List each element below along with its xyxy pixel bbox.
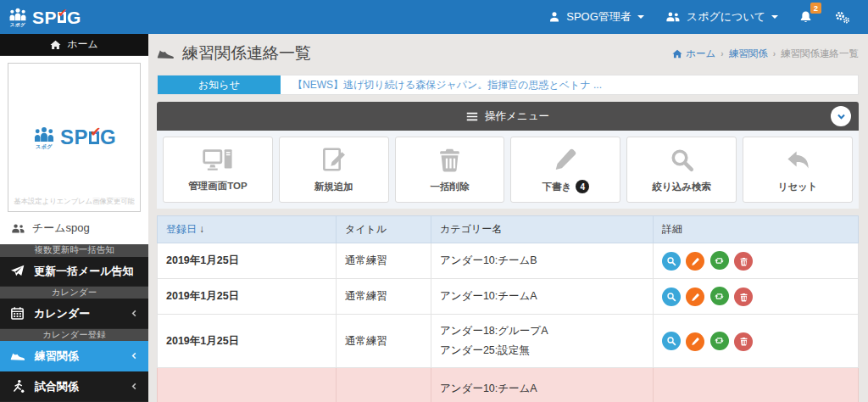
- view-button[interactable]: [662, 252, 681, 271]
- sidebar-home-label: ホーム: [67, 37, 98, 52]
- users-icon: [10, 223, 25, 234]
- page-title: 練習関係連絡一覧: [157, 42, 311, 64]
- bars-icon: [466, 112, 478, 121]
- row-title: 通常練習: [337, 315, 431, 368]
- sidebar-section-calendar-reg: カレンダー登録: [0, 329, 148, 341]
- delete-button[interactable]: [734, 332, 753, 351]
- breadcrumb-separator: ›: [721, 49, 723, 59]
- main-content: 練習関係連絡一覧 ホーム › 練習関係 › 練習関係連絡一覧 お知らせ 【NEW…: [148, 34, 868, 402]
- admin-user-menu[interactable]: SPOG管理者: [548, 9, 644, 25]
- sidebar-item-calendar[interactable]: カレンダー: [0, 299, 148, 329]
- delete-button[interactable]: [734, 288, 753, 306]
- view-button[interactable]: [662, 332, 681, 350]
- repeat-icon: [714, 255, 725, 266]
- row-category: アンダー10:チームB: [431, 243, 654, 279]
- row-title: 通常練習: [337, 243, 431, 279]
- view-button[interactable]: [662, 288, 681, 306]
- operation-menu-panel: 操作メニュー 管理画面TOP 新規追加: [157, 102, 859, 209]
- admin-user-label: SPOG管理者: [566, 9, 632, 25]
- repeat-button[interactable]: [710, 332, 729, 350]
- action-buttons: 管理画面TOP 新規追加 一括削除 下書き4: [157, 131, 859, 209]
- news-label: お知らせ: [158, 75, 281, 94]
- spog-logo[interactable]: スポグ SP✔G: [0, 0, 148, 34]
- filter-search-button[interactable]: 絞り込み検索: [626, 137, 737, 203]
- team-name-row: チームspog: [8, 212, 141, 240]
- desktop-icon: [203, 148, 233, 172]
- breadcrumb-section[interactable]: 練習関係: [729, 47, 768, 60]
- home-icon: [672, 49, 682, 59]
- soccer-player-icon: [10, 379, 25, 394]
- reset-arrow-icon: [785, 147, 811, 173]
- sidebar-item-match[interactable]: 試合関係: [0, 371, 148, 402]
- trash-icon: [739, 337, 748, 346]
- sort-descending-icon: ↓: [199, 223, 204, 235]
- search-icon: [669, 147, 695, 173]
- search-icon: [666, 292, 676, 302]
- admin-top-button[interactable]: 管理画面TOP: [163, 137, 273, 203]
- table-row: 2019年1月25日 通常練習 アンダー18:グループAアンダー25:設定無: [158, 315, 859, 368]
- about-spog-menu[interactable]: スポグについて: [665, 9, 778, 25]
- top-navbar: スポグ SP✔G SPOG管理者 スポグについて 2: [0, 0, 868, 34]
- row-category: アンダー10:チームA: [431, 279, 654, 315]
- pencil-icon: [691, 293, 700, 302]
- pencil-icon: [691, 337, 700, 346]
- users-icon: [665, 11, 681, 23]
- logo-kana-label: スポグ: [10, 23, 25, 28]
- emblem-people-icon: スポグ: [32, 126, 56, 149]
- repeat-button[interactable]: [710, 251, 729, 270]
- row-detail-actions: [654, 243, 859, 279]
- breadcrumb-separator: ›: [773, 49, 776, 59]
- edit-button[interactable]: [686, 288, 704, 306]
- row-category: アンダー10:チームAアンダー10:チームB: [431, 368, 654, 402]
- sidebar-section-calendar: カレンダー: [0, 287, 148, 299]
- chevron-left-icon: [131, 310, 138, 317]
- row-detail-actions: [654, 368, 859, 402]
- shoe-icon: [10, 349, 25, 364]
- breadcrumb-current: 練習関係連絡一覧: [781, 47, 859, 60]
- pencil-icon: [553, 146, 579, 172]
- column-header-title: タイトル: [337, 216, 431, 243]
- news-ticker: お知らせ 【NEWS】逃げ切り続ける森保ジャパン。指揮官の思惑とベトナ ...: [157, 75, 859, 95]
- row-date: 2019年1月25日: [158, 315, 337, 368]
- news-headline-link[interactable]: 【NEWS】逃げ切り続ける森保ジャパン。指揮官の思惑とベトナ ...: [281, 75, 602, 94]
- row-date: [158, 368, 337, 402]
- sidebar-item-mail-notify[interactable]: 更新一括メール告知: [0, 257, 148, 288]
- column-header-category: カテゴリー名: [431, 216, 654, 243]
- sidebar: ホーム スポグ SP✔G 基本設定よりエンブレム画像変更可能 チームspog: [0, 34, 148, 402]
- column-header-detail: 詳細: [654, 216, 859, 243]
- search-icon: [666, 256, 676, 266]
- row-date: 2019年1月25日: [158, 243, 337, 279]
- draft-button[interactable]: 下書き4: [510, 137, 620, 203]
- repeat-button[interactable]: [710, 287, 729, 305]
- shoe-icon: [157, 45, 175, 63]
- edit-button[interactable]: [686, 332, 704, 351]
- logo-checkbox-icon: ✔: [58, 12, 66, 23]
- reset-button[interactable]: リセット: [743, 137, 853, 203]
- team-emblem-logo: スポグ SP✔G: [32, 126, 116, 149]
- draft-count-badge: 4: [576, 180, 589, 193]
- records-table: 登録日↓ タイトル カテゴリー名 詳細 2019年1月25日 通常練習 アンダー…: [157, 215, 859, 402]
- breadcrumb: ホーム › 練習関係 › 練習関係連絡一覧: [672, 47, 859, 60]
- breadcrumb-home[interactable]: ホーム: [672, 47, 715, 60]
- trash-icon: [437, 147, 463, 173]
- repeat-icon: [714, 335, 725, 346]
- navbar-right: SPOG管理者 スポグについて 2: [548, 0, 868, 34]
- sidebar-item-practice[interactable]: 練習関係: [0, 341, 148, 371]
- settings-cogs-button[interactable]: [833, 10, 851, 25]
- table-row: 2019年1月25日 通常練習 アンダー10:チームA: [158, 279, 859, 315]
- add-new-button[interactable]: 新規追加: [279, 137, 389, 203]
- notifications-button[interactable]: 2: [798, 9, 813, 24]
- delete-button[interactable]: [734, 252, 753, 271]
- about-spog-label: スポグについて: [687, 9, 765, 25]
- trash-icon: [739, 257, 748, 266]
- bulk-delete-button[interactable]: 一括削除: [395, 137, 505, 203]
- sort-date-link[interactable]: 登録日: [166, 223, 197, 235]
- emblem-checkbox-icon: ✔: [89, 131, 99, 144]
- collapse-toggle-button[interactable]: [831, 106, 851, 126]
- sidebar-item-home[interactable]: ホーム: [0, 34, 148, 56]
- operation-menu-bar[interactable]: 操作メニュー: [157, 102, 859, 131]
- table-header-row: 登録日↓ タイトル カテゴリー名 詳細: [158, 216, 859, 243]
- edit-button[interactable]: [686, 252, 704, 271]
- notification-count-badge: 2: [810, 3, 821, 14]
- logo-text: SP✔G: [32, 8, 81, 26]
